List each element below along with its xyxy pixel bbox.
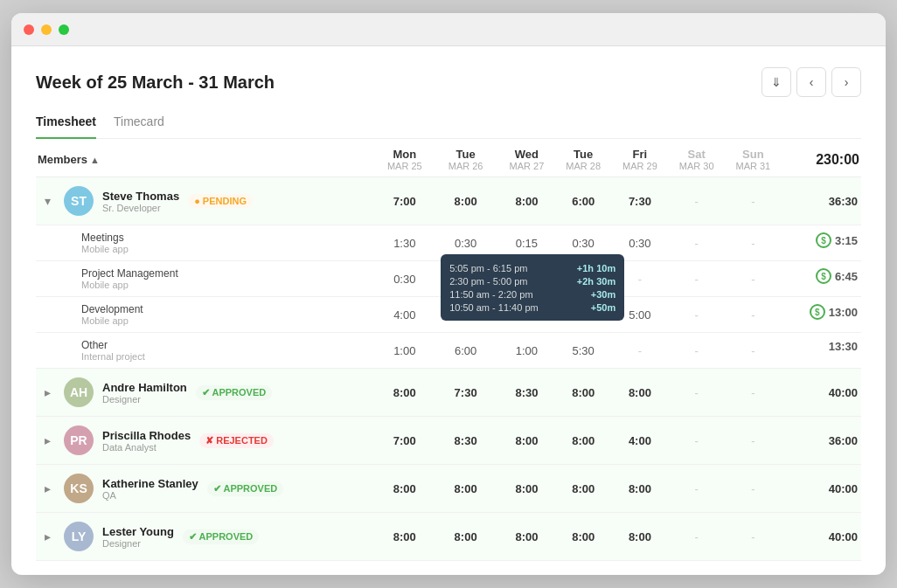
task-value-2: 2:45 bbox=[498, 261, 555, 297]
task-project: Mobile app bbox=[81, 244, 372, 254]
task-value-5: - bbox=[668, 333, 725, 369]
timesheet-table: Members ▲ Mon MAR 25 Tue MAR 26 bbox=[36, 139, 861, 561]
sort-icon: ▲ bbox=[90, 155, 100, 165]
task-value-0: 4:00 bbox=[376, 297, 433, 333]
member-value-5: - bbox=[668, 465, 725, 513]
member-value-6: - bbox=[725, 369, 782, 417]
member-total: 36:00 bbox=[782, 417, 861, 465]
member-value-6: - bbox=[725, 177, 782, 225]
task-value-3: - bbox=[555, 297, 612, 333]
member-name-cell: ▾ ST Steve Thomas Sr. Developer ● PENDIN… bbox=[36, 177, 376, 225]
task-value-6: - bbox=[725, 297, 782, 333]
member-name: Katherine Stanley bbox=[102, 477, 198, 490]
task-total: $3:15 bbox=[782, 225, 861, 254]
col-header-wed: Wed MAR 27 bbox=[498, 139, 555, 177]
task-value-6: - bbox=[725, 333, 782, 369]
close-dot[interactable] bbox=[24, 24, 34, 35]
member-value-2: 8:00 bbox=[498, 513, 555, 561]
member-value-3: 6:00 bbox=[555, 177, 612, 225]
members-col-header: Members ▲ bbox=[36, 139, 376, 177]
tab-timesheet[interactable]: Timesheet bbox=[36, 109, 96, 139]
col-header-sun: Sun MAR 31 bbox=[725, 139, 782, 177]
member-name-cell: ▸ PR Priscilla Rhodes Data Analyst ✘ REJ… bbox=[36, 417, 376, 465]
member-value-6: - bbox=[725, 465, 782, 513]
member-name: Steve Thomas bbox=[102, 190, 179, 203]
expand-button[interactable]: ▸ bbox=[39, 432, 55, 448]
page-content: Week of 25 March - 31 March ⇓ ‹ › Timesh… bbox=[11, 46, 886, 575]
member-value-4: 8:00 bbox=[612, 513, 669, 561]
task-value-1: 0:30 bbox=[433, 225, 498, 261]
member-value-3: 8:00 bbox=[555, 417, 612, 465]
task-value-3: 5:30 bbox=[555, 333, 612, 369]
member-name: Andre Hamilton bbox=[102, 381, 187, 394]
task-name: Development bbox=[81, 303, 372, 315]
expand-button[interactable]: ▸ bbox=[39, 529, 55, 544]
member-value-2: 8:00 bbox=[498, 417, 555, 465]
task-value-2: 4:00 bbox=[498, 297, 555, 333]
tab-timecard[interactable]: Timecard bbox=[114, 109, 164, 139]
member-total: 36:30 bbox=[782, 177, 861, 225]
member-value-4: 8:00 bbox=[612, 369, 669, 417]
col-header-mon: Mon MAR 25 bbox=[376, 139, 433, 177]
maximize-dot[interactable] bbox=[59, 24, 69, 35]
task-row: Development Mobile app 4:00-4:00-5:00-- … bbox=[36, 297, 861, 333]
member-name-cell: ▸ AH Andre Hamilton Designer ✔ APPROVED bbox=[36, 369, 376, 417]
minimize-dot[interactable] bbox=[41, 24, 52, 35]
next-week-button[interactable]: › bbox=[831, 67, 861, 97]
total-col-header: 230:00 bbox=[782, 139, 861, 177]
member-total: 40:00 bbox=[782, 369, 861, 417]
member-value-0: 7:00 bbox=[376, 417, 433, 465]
member-role: Designer bbox=[102, 538, 174, 549]
member-row: ▾ ST Steve Thomas Sr. Developer ● PENDIN… bbox=[36, 177, 861, 225]
member-value-5: - bbox=[668, 417, 725, 465]
download-button[interactable]: ⇓ bbox=[761, 67, 791, 97]
task-name: Project Management bbox=[81, 267, 372, 280]
expand-button[interactable]: ▸ bbox=[39, 384, 55, 400]
expand-button[interactable]: ▾ bbox=[39, 193, 55, 209]
member-row: ▸ LY Lester Young Designer ✔ APPROVED 8:… bbox=[36, 513, 861, 561]
col-header-fri: Fri MAR 29 bbox=[612, 139, 669, 177]
members-sort[interactable]: Members ▲ bbox=[38, 153, 100, 166]
member-name: Priscilla Rhodes bbox=[102, 429, 191, 442]
member-value-2: 8:00 bbox=[498, 465, 555, 513]
member-role: Data Analyst bbox=[102, 442, 191, 453]
member-value-3: 8:00 bbox=[555, 369, 612, 417]
member-role: Designer bbox=[102, 394, 187, 405]
member-name-cell: ▸ KS Katherine Stanley QA ✔ APPROVED bbox=[36, 465, 376, 513]
task-circle: $ bbox=[816, 232, 831, 248]
member-value-6: - bbox=[725, 417, 782, 465]
member-total: 40:00 bbox=[782, 465, 861, 513]
task-value-5: - bbox=[668, 225, 725, 261]
task-total: $13:00 bbox=[782, 297, 861, 326]
task-value-1[interactable]: 01:30 5:05 pm - 6:15 pm+1h 10m2:30 pm - … bbox=[433, 261, 498, 297]
table-header-row: Members ▲ Mon MAR 25 Tue MAR 26 bbox=[36, 139, 861, 177]
task-row: Meetings Mobile app 1:300:300:150:300:30… bbox=[36, 225, 861, 261]
col-header-tue: Tue MAR 26 bbox=[433, 139, 498, 177]
task-value-2: 1:00 bbox=[498, 333, 555, 369]
expand-button[interactable]: ▸ bbox=[39, 481, 55, 496]
task-value-4: 0:30 bbox=[612, 225, 669, 261]
task-value-6: - bbox=[725, 261, 782, 297]
task-value-0: 1:00 bbox=[376, 333, 433, 369]
task-name-cell: Development Mobile app bbox=[36, 297, 376, 333]
member-value-4: 8:00 bbox=[612, 465, 669, 513]
member-value-1: 8:00 bbox=[433, 177, 498, 225]
task-total: $6:45 bbox=[782, 261, 861, 290]
highlighted-cell[interactable]: 01:30 bbox=[445, 270, 486, 288]
member-value-2: 8:30 bbox=[498, 369, 555, 417]
task-circle: $ bbox=[816, 268, 831, 284]
prev-week-button[interactable]: ‹ bbox=[796, 67, 826, 97]
task-name-cell: Meetings Mobile app bbox=[36, 225, 376, 261]
avatar: AH bbox=[64, 377, 94, 407]
main-window: Week of 25 March - 31 March ⇓ ‹ › Timesh… bbox=[11, 13, 886, 575]
page-header: Week of 25 March - 31 March ⇓ ‹ › bbox=[36, 67, 861, 97]
task-row: Project Management Mobile app 0:30 01:30… bbox=[36, 261, 861, 297]
task-value-4: 5:00 bbox=[612, 297, 669, 333]
task-name: Other bbox=[81, 339, 372, 351]
member-total: 40:00 bbox=[782, 513, 861, 561]
member-value-2: 8:00 bbox=[498, 177, 555, 225]
task-value-5: - bbox=[668, 297, 725, 333]
titlebar bbox=[11, 13, 886, 46]
avatar: ST bbox=[64, 186, 94, 216]
member-value-1: 8:30 bbox=[433, 417, 498, 465]
